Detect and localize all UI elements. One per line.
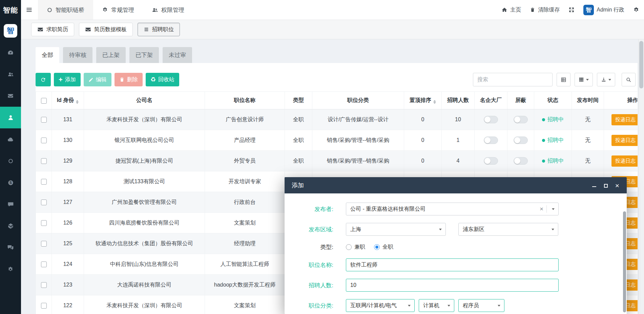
minimize-icon[interactable] bbox=[592, 183, 597, 188]
position-cell: hadoop大数据开发工程师 bbox=[205, 275, 285, 295]
sidebar-avatar[interactable]: 智 bbox=[0, 20, 21, 42]
sidebar-item-skype[interactable]: S bbox=[0, 172, 21, 193]
filter-tab[interactable]: 全部 bbox=[36, 47, 59, 63]
row-checkbox[interactable] bbox=[41, 200, 47, 205]
select-all-checkbox[interactable] bbox=[41, 98, 47, 104]
column-header[interactable]: 屏蔽 bbox=[507, 92, 534, 109]
sidebar-item-cloud[interactable] bbox=[0, 128, 21, 150]
dialog-header[interactable]: 添加 × bbox=[285, 177, 627, 193]
row-checkbox[interactable] bbox=[41, 117, 47, 123]
sidebar-item-comments[interactable] bbox=[0, 237, 21, 258]
maximize-icon[interactable] bbox=[603, 183, 608, 188]
sidebar-item-user[interactable] bbox=[0, 107, 21, 128]
export-dropdown[interactable] bbox=[597, 73, 615, 86]
famous-company-toggle[interactable] bbox=[484, 137, 498, 144]
row-checkbox[interactable] bbox=[41, 179, 47, 185]
filter-tab[interactable]: 已上架 bbox=[96, 47, 126, 63]
close-icon[interactable]: × bbox=[615, 183, 620, 188]
row-checkbox[interactable] bbox=[41, 282, 47, 288]
sidebar-item-dashboard[interactable] bbox=[0, 42, 21, 63]
settings-icon[interactable] bbox=[633, 7, 639, 13]
topbar-tab[interactable]: 智能职链桥 bbox=[38, 0, 93, 20]
type-radio[interactable]: 全职 bbox=[374, 244, 393, 251]
column-header[interactable]: 类型 bbox=[285, 92, 312, 109]
position-cell: 产品经理 bbox=[205, 130, 285, 151]
table-header-row: Id 身份公司名职位名称类型职位分类置顶排序招聘人数名企大厂屏蔽状态发布时间操作 bbox=[36, 92, 638, 109]
filter-tab[interactable]: 已下架 bbox=[129, 47, 159, 63]
delivery-log-button[interactable]: 投递日志 bbox=[611, 114, 638, 125]
column-header[interactable]: 名企大厂 bbox=[475, 92, 507, 109]
table-row[interactable]: 130 银河互联网电视公司公司 产品经理 全职 销售/采购/管理--销售/采购 … bbox=[36, 130, 638, 151]
sort-icon[interactable] bbox=[76, 100, 79, 104]
position-name-input[interactable] bbox=[346, 258, 559, 271]
publisher-select[interactable]: 公司 - 重庆嘉格达科技有限公司 × bbox=[346, 203, 559, 215]
sidebar-item-users[interactable] bbox=[0, 63, 21, 85]
sidebar-item-envelope[interactable] bbox=[0, 85, 21, 107]
subnav-tab[interactable]: 求职简历 bbox=[31, 23, 74, 36]
delivery-log-button[interactable]: 投递日志 bbox=[611, 135, 638, 146]
search-button[interactable] bbox=[622, 73, 636, 86]
caret-down-icon bbox=[552, 229, 554, 230]
column-header[interactable]: 职位分类 bbox=[312, 92, 404, 109]
refresh-button[interactable] bbox=[36, 73, 51, 86]
row-checkbox[interactable] bbox=[41, 261, 47, 267]
filter-tab[interactable]: 未过审 bbox=[163, 47, 192, 63]
delivery-log-button[interactable]: 投递日志 bbox=[611, 155, 638, 167]
page-scrollbar[interactable] bbox=[638, 39, 644, 314]
table-row[interactable]: 129 捷冠贸易(上海)有限公司 外贸专员 全职 销售/采购/管理--销售/采购… bbox=[36, 151, 638, 171]
company-cell: 禾麦科技开发（深圳）有限公司 bbox=[84, 109, 205, 130]
district-select[interactable]: 浦东新区 bbox=[458, 223, 558, 236]
sidebar-item-comment[interactable] bbox=[0, 193, 21, 215]
column-header[interactable]: 置顶排序 bbox=[404, 92, 442, 109]
search-input[interactable] bbox=[473, 73, 553, 86]
user-menu[interactable]: 智 Admin 行政 bbox=[583, 5, 624, 15]
sort-icon[interactable] bbox=[433, 100, 436, 104]
add-button[interactable]: +添加 bbox=[54, 73, 81, 86]
type-radio[interactable]: 兼职 bbox=[346, 244, 365, 251]
subnav-tabs: 求职简历简历数据模板招聘职位 bbox=[31, 23, 180, 36]
category-select[interactable]: 程序员 bbox=[458, 299, 504, 312]
toggle-view-button[interactable] bbox=[557, 73, 570, 86]
row-checkbox[interactable] bbox=[41, 138, 47, 143]
column-header[interactable]: 发布时间 bbox=[572, 92, 604, 109]
block-toggle[interactable] bbox=[514, 157, 528, 165]
sidebar-item-cogs[interactable] bbox=[0, 258, 21, 280]
scrollbar-thumb[interactable] bbox=[639, 41, 643, 88]
row-checkbox[interactable] bbox=[41, 158, 47, 164]
home-link[interactable]: 主页 bbox=[501, 6, 521, 14]
delete-button[interactable]: 删除 bbox=[115, 73, 143, 86]
row-checkbox[interactable] bbox=[41, 303, 47, 309]
row-checkbox[interactable] bbox=[41, 241, 47, 247]
fullscreen-icon[interactable] bbox=[568, 7, 575, 13]
category-select[interactable]: 互联网/计算机/电气 bbox=[346, 299, 415, 312]
famous-company-toggle[interactable] bbox=[484, 157, 498, 165]
block-toggle[interactable] bbox=[514, 137, 528, 144]
menu-toggle-icon[interactable] bbox=[21, 6, 38, 13]
filter-tab[interactable]: 待审核 bbox=[63, 47, 92, 63]
city-select[interactable]: 上海 bbox=[346, 223, 446, 236]
block-toggle[interactable] bbox=[514, 116, 528, 123]
column-header[interactable]: Id 身份 bbox=[52, 92, 84, 109]
clear-cache-link[interactable]: 清除缓存 bbox=[530, 6, 560, 14]
row-checkbox[interactable] bbox=[41, 220, 47, 226]
column-header[interactable]: 公司名 bbox=[84, 92, 205, 109]
subnav-tab[interactable]: 招聘职位 bbox=[138, 23, 180, 36]
column-header[interactable]: 操作 bbox=[604, 92, 638, 109]
sidebar-item-cube[interactable] bbox=[0, 215, 21, 237]
dialog-scrollbar[interactable] bbox=[623, 211, 626, 312]
column-header[interactable]: 职位名称 bbox=[205, 92, 285, 109]
edit-button[interactable]: 编辑 bbox=[84, 73, 111, 86]
recycle-bin-button[interactable]: ♻回收站 bbox=[146, 73, 179, 86]
clear-icon[interactable]: × bbox=[540, 205, 543, 213]
columns-dropdown[interactable] bbox=[575, 73, 593, 86]
recruit-count-input[interactable] bbox=[346, 279, 559, 292]
subnav-tab[interactable]: 简历数据模板 bbox=[79, 23, 133, 36]
topbar-tab[interactable]: 常规管理 bbox=[93, 0, 143, 20]
famous-company-toggle[interactable] bbox=[484, 116, 498, 123]
column-header[interactable]: 状态 bbox=[534, 92, 572, 109]
table-row[interactable]: 131 禾麦科技开发（深圳）有限公司 广告创意设计师 全职 设计/广告传媒/运营… bbox=[36, 109, 638, 130]
topbar-tab[interactable]: 权限管理 bbox=[143, 0, 193, 20]
category-select[interactable]: 计算机 bbox=[419, 299, 454, 312]
column-header[interactable]: 招聘人数 bbox=[442, 92, 475, 109]
sidebar-item-circle[interactable] bbox=[0, 150, 21, 172]
